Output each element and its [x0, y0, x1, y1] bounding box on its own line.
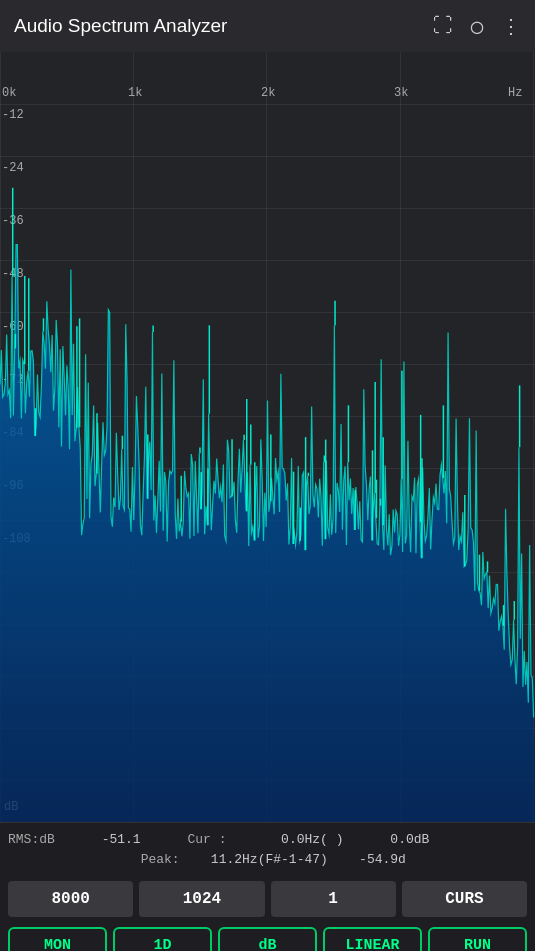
app-header: Audio Spectrum Analyzer ⛶ ◯ ⋮ [0, 0, 535, 52]
camera-icon[interactable]: ◯ [471, 14, 483, 39]
run-button[interactable]: RUN [428, 927, 527, 951]
fullscreen-icon[interactable]: ⛶ [433, 14, 453, 38]
peak-db: -54.9d [359, 852, 406, 867]
cur-note: ) [336, 832, 344, 847]
info-row: RMS:dB -51.1 Cur : 0.0Hz( ) 0.0dB Peak: … [0, 822, 535, 876]
avg-button[interactable]: 1 [271, 881, 396, 917]
header-icon-group: ⛶ ◯ ⋮ [433, 14, 521, 39]
curs-button[interactable]: CURS [402, 881, 527, 917]
info-line-1: RMS:dB -51.1 Cur : 0.0Hz( ) 0.0dB [8, 830, 527, 850]
button-row-1: 8000 1024 1 CURS [0, 876, 535, 922]
cur-freq: 0.0Hz( [281, 832, 328, 847]
db-button[interactable]: dB [218, 927, 317, 951]
spectrum-display: 0k 1k 2k 3k Hz -12 -24 -36 -48 -60 -72 -… [0, 52, 535, 822]
info-line-2: Peak: 11.2Hz(F#-1-47) -54.9d [8, 850, 527, 870]
button-row-2: MON 1D dB LINEAR RUN [0, 922, 535, 951]
cur-db: 0.0dB [390, 832, 429, 847]
1d-button[interactable]: 1D [113, 927, 212, 951]
mon-button[interactable]: MON [8, 927, 107, 951]
cur-label: Cur : [187, 832, 226, 847]
app-title: Audio Spectrum Analyzer [14, 15, 227, 37]
rms-label: RMS:dB [8, 832, 55, 847]
linear-button[interactable]: LINEAR [323, 927, 422, 951]
sample-rate-button[interactable]: 8000 [8, 881, 133, 917]
rms-value: -51.1 [102, 832, 141, 847]
peak-freq: 11.2Hz(F#-1-47) [211, 852, 328, 867]
peak-label: Peak: [141, 852, 180, 867]
spectrum-canvas [0, 52, 535, 822]
more-vert-icon[interactable]: ⋮ [501, 14, 521, 39]
fft-size-button[interactable]: 1024 [139, 881, 264, 917]
